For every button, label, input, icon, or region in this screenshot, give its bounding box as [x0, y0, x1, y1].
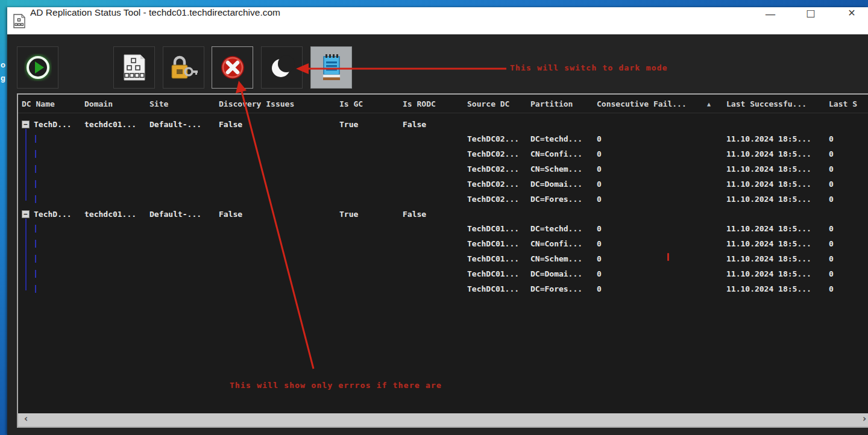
window-title: AD Replication Status Tool - techdc01.te…	[30, 7, 280, 34]
app-icon	[13, 14, 26, 28]
column-header-partition[interactable]: Partition	[530, 99, 597, 108]
column-header-domain[interactable]: Domain	[84, 99, 149, 108]
errors-only-filter-button[interactable]	[212, 46, 253, 89]
tree-branch	[35, 285, 36, 293]
column-header-is-gc[interactable]: Is GC	[339, 99, 403, 108]
row-expander[interactable]: −	[22, 120, 30, 128]
lock-key-icon	[169, 54, 199, 81]
notepad-button[interactable]	[310, 46, 352, 89]
sort-ascending-icon: ▲	[707, 101, 711, 107]
column-header-source-dc[interactable]: Source DC	[467, 99, 530, 108]
grid-row-replication-link[interactable]: TechDC02...DC=Fores...011.10.2024 18:5..…	[18, 192, 868, 207]
grid-row-replication-link[interactable]: TechDC01...CN=Schem...011.10.2024 18:5..…	[18, 251, 868, 266]
error-circle-icon	[219, 54, 247, 81]
run-replication-check-button[interactable]	[17, 46, 58, 89]
grid-row-replication-link[interactable]: TechDC02...CN=Schem...011.10.2024 18:5..…	[18, 161, 868, 177]
grid-row-replication-link[interactable]: TechDC02...DC=techd...011.10.2024 18:5..…	[18, 131, 868, 146]
maximize-button[interactable]: □	[799, 7, 823, 34]
column-header-discovery-issues[interactable]: Discovery Issues	[219, 99, 339, 108]
dc-name: TechD...	[34, 210, 72, 219]
moon-icon	[268, 54, 296, 81]
notepad-icon	[318, 52, 345, 83]
column-header-dc-name[interactable]: DC Name	[22, 99, 84, 108]
scroll-right-arrow[interactable]: ›	[857, 413, 868, 427]
scrollbar-track[interactable]	[34, 413, 857, 427]
column-header-site[interactable]: Site	[149, 99, 219, 108]
document-org-icon	[122, 54, 147, 81]
dc-name: TechD...	[34, 120, 72, 129]
desktop-icon-text-fragment: g	[1, 74, 5, 83]
grid-row-replication-link[interactable]: TechDC01...DC=techd...011.10.2024 18:5..…	[18, 221, 868, 236]
column-header-last-successfu[interactable]: Last Successfu...	[726, 99, 829, 108]
dark-mode-toggle-button[interactable]	[261, 46, 303, 89]
minimize-button[interactable]: —	[758, 7, 782, 34]
play-icon	[24, 54, 52, 81]
column-header-last-s[interactable]: Last S	[829, 99, 868, 108]
tree-branch	[35, 180, 36, 188]
replication-report-button[interactable]	[113, 46, 155, 89]
desktop-background-top	[0, 0, 868, 7]
tree-branch	[35, 165, 36, 173]
scroll-left-arrow[interactable]: ‹	[18, 413, 34, 427]
row-expander[interactable]: −	[22, 210, 30, 218]
credentials-button[interactable]	[163, 46, 204, 89]
grid-row-replication-link[interactable]: TechDC02...DC=Domai...011.10.2024 18:5..…	[18, 177, 868, 192]
tree-branch	[35, 135, 36, 143]
grid-header-row[interactable]: DC NameDomainSiteDiscovery IssuesIs GCIs…	[18, 95, 868, 113]
tree-branch	[35, 270, 36, 278]
tree-branch	[35, 195, 36, 203]
grid-row-dc-parent[interactable]: −TechD...techdc01...Default-...FalseTrue…	[18, 207, 868, 221]
close-button[interactable]: ✕	[840, 7, 864, 34]
column-header-consecutive-fail[interactable]: Consecutive Fail...▲	[597, 99, 726, 108]
grid-row-dc-parent[interactable]: −TechD...techdc01...Default-...FalseTrue…	[18, 117, 868, 131]
replication-status-grid[interactable]: DC NameDomainSiteDiscovery IssuesIs GCIs…	[17, 93, 868, 428]
tree-branch	[35, 240, 36, 248]
app-window: AD Replication Status Tool - techdc01.te…	[7, 7, 868, 435]
grid-row-replication-link[interactable]: TechDC01...CN=Confi...011.10.2024 18:5..…	[18, 236, 868, 251]
grid-row-replication-link[interactable]: TechDC01...DC=Fores...011.10.2024 18:5..…	[18, 281, 868, 296]
desktop-icon-text-fragment: o	[1, 60, 5, 69]
grid-row-replication-link[interactable]: TechDC02...CN=Confi...011.10.2024 18:5..…	[18, 146, 868, 161]
column-header-is-rodc[interactable]: Is RODC	[403, 99, 467, 108]
tree-branch	[35, 150, 36, 158]
tree-branch	[35, 255, 36, 263]
desktop-background-left: o g	[0, 0, 7, 435]
grid-row-replication-link[interactable]: TechDC01...DC=Domai...011.10.2024 18:5..…	[18, 266, 868, 281]
title-bar[interactable]: AD Replication Status Tool - techdc01.te…	[7, 7, 868, 35]
tree-branch	[35, 225, 36, 233]
horizontal-scrollbar[interactable]: ‹ ›	[18, 413, 868, 427]
